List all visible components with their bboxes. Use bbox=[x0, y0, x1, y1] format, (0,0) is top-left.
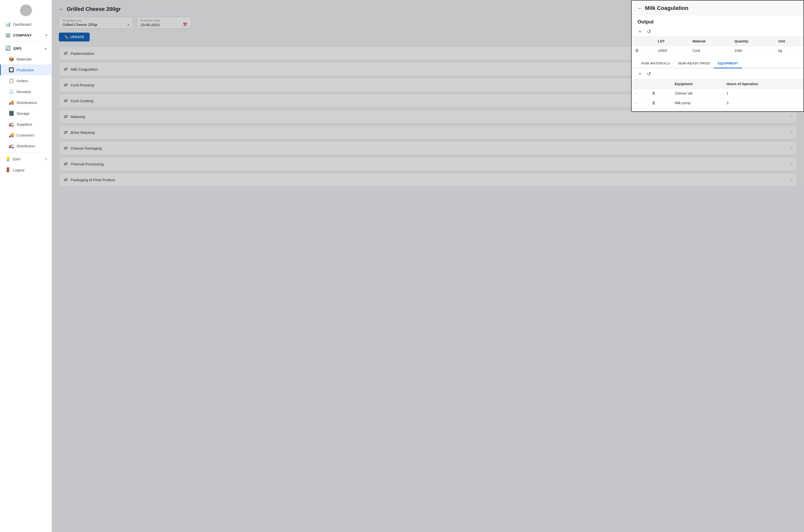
equipment-hours-2: 3 bbox=[723, 98, 804, 108]
customers-icon: 🚚 bbox=[8, 132, 14, 138]
sidebar-item-distributors[interactable]: 🚛 Distributors bbox=[0, 140, 52, 151]
materials-icon: 📦 bbox=[8, 56, 14, 62]
sidebar: 📊 Dashboard 🏢 COMPANY ▾ 🔄 QMS ▲ 📦 Materi… bbox=[0, 0, 52, 532]
delete-output-row-1[interactable]: 🗑 bbox=[635, 49, 639, 53]
distributions-icon: 🚚 bbox=[8, 100, 14, 105]
main-content: ← Grilled Cheese 200gr Production Line G… bbox=[52, 0, 804, 532]
output-row-1: 🗑 10002 Curd 1000 kg bbox=[632, 46, 804, 56]
company-icon: 🏢 bbox=[5, 32, 11, 38]
equipment-table-container: Equipment Hours of Operation › 🗑 Cheese … bbox=[632, 79, 804, 109]
modal-overlay: ← Milk Coagulation Output + ↺ LOT Materi… bbox=[52, 0, 804, 532]
output-toolbar: + ↺ bbox=[632, 27, 804, 37]
orders-icon: 📋 bbox=[8, 78, 14, 83]
sidebar-item-production[interactable]: 🔲 Production bbox=[0, 64, 52, 75]
sidebar-item-storage[interactable]: 🗄️ Storage bbox=[0, 108, 52, 119]
sidebar-item-qms[interactable]: 🔄 QMS ▲ bbox=[0, 43, 52, 54]
col-unit: Unit bbox=[775, 37, 804, 46]
delete-equipment-row-2[interactable]: 🗑 bbox=[652, 101, 656, 105]
qms-icon: 🔄 bbox=[5, 45, 11, 51]
sidebar-item-dashboard[interactable]: 📊 Dashboard bbox=[0, 19, 52, 30]
output-lot-1: 10002 bbox=[654, 46, 689, 56]
expand-equipment-row-2[interactable]: › bbox=[635, 101, 636, 105]
col-hours: Hours of Operation bbox=[723, 79, 804, 89]
modal-back-button[interactable]: ← bbox=[637, 5, 642, 11]
equipment-toolbar: + ↺ bbox=[632, 69, 804, 79]
sidebar-item-materials[interactable]: 📦 Materials bbox=[0, 54, 52, 64]
sidebar-item-logout[interactable]: 🚪 Logout bbox=[0, 165, 52, 175]
delete-equipment-row-1[interactable]: 🗑 bbox=[652, 91, 656, 95]
divider bbox=[0, 41, 52, 42]
production-icon: 🔲 bbox=[8, 67, 14, 73]
dashboard-icon: 📊 bbox=[5, 21, 11, 27]
sidebar-item-env[interactable]: 💡 ENV ▾ bbox=[0, 154, 52, 165]
output-section-title: Output bbox=[632, 15, 804, 27]
suppliers-icon: 🚛 bbox=[8, 121, 14, 127]
divider2 bbox=[0, 152, 52, 153]
sidebar-item-customers[interactable]: 🚚 Customers bbox=[0, 130, 52, 140]
modal-title: Milk Coagulation bbox=[645, 5, 688, 11]
equipment-section: + ↺ Equipment Hours of Operation bbox=[632, 69, 804, 111]
output-add-button[interactable]: + bbox=[637, 28, 642, 35]
col-del-eq bbox=[648, 79, 671, 89]
col-equipment: Equipment bbox=[671, 79, 723, 89]
output-material-1: Curd bbox=[689, 46, 731, 56]
col-expand bbox=[632, 79, 648, 89]
output-table-container: LOT Material Quantity Unit 🗑 10002 Curd … bbox=[632, 37, 804, 57]
equipment-add-button[interactable]: + bbox=[637, 71, 642, 77]
logout-icon: 🚪 bbox=[5, 167, 11, 173]
output-table: LOT Material Quantity Unit 🗑 10002 Curd … bbox=[632, 37, 804, 56]
equipment-name-1: Cheese Vat bbox=[671, 89, 723, 98]
env-chevron: ▾ bbox=[45, 157, 47, 161]
equipment-refresh-button[interactable]: ↺ bbox=[646, 70, 652, 77]
sidebar-item-suppliers[interactable]: 🚛 Suppliers bbox=[0, 119, 52, 130]
modal-tabs: RAW MATERIALS SEMI-READY PROD EQUIPMENT bbox=[632, 59, 804, 69]
company-chevron: ▾ bbox=[45, 33, 47, 37]
storage-icon: 🗄️ bbox=[8, 111, 14, 116]
qms-chevron: ▲ bbox=[44, 46, 47, 50]
equipment-row-1: › 🗑 Cheese Vat 1 bbox=[632, 89, 804, 98]
sidebar-item-company[interactable]: 🏢 COMPANY ▾ bbox=[0, 30, 52, 40]
tab-semi-ready[interactable]: SEMI-READY PROD bbox=[674, 59, 714, 69]
equipment-table: Equipment Hours of Operation › 🗑 Cheese … bbox=[632, 79, 804, 108]
col-material: Material bbox=[689, 37, 731, 46]
col-del bbox=[632, 37, 654, 46]
expand-equipment-row-1[interactable]: › bbox=[635, 91, 636, 95]
env-icon: 💡 bbox=[5, 156, 11, 162]
avatar bbox=[20, 4, 32, 16]
output-quantity-1: 1000 bbox=[731, 46, 775, 56]
modal-header: ← Milk Coagulation bbox=[632, 0, 804, 15]
sidebar-item-orders[interactable]: 📋 Orders bbox=[0, 75, 52, 86]
output-refresh-button[interactable]: ↺ bbox=[646, 28, 652, 35]
sidebar-item-receipts[interactable]: 🧾 Receipts bbox=[0, 86, 52, 97]
modal-panel: ← Milk Coagulation Output + ↺ LOT Materi… bbox=[631, 0, 804, 112]
output-unit-1: kg bbox=[775, 46, 804, 56]
distributors-icon: 🚛 bbox=[8, 143, 14, 149]
receipts-icon: 🧾 bbox=[8, 89, 14, 94]
tab-equipment[interactable]: EQUIPMENT bbox=[714, 59, 742, 69]
col-lot: LOT bbox=[654, 37, 689, 46]
tab-raw-materials[interactable]: RAW MATERIALS bbox=[637, 59, 674, 69]
equipment-row-2: › 🗑 Milk pump 3 bbox=[632, 98, 804, 108]
equipment-name-2: Milk pump bbox=[671, 98, 723, 108]
equipment-hours-1: 1 bbox=[723, 89, 804, 98]
col-quantity: Quantity bbox=[731, 37, 775, 46]
sidebar-item-distributions[interactable]: 🚚 Distributions bbox=[0, 97, 52, 108]
